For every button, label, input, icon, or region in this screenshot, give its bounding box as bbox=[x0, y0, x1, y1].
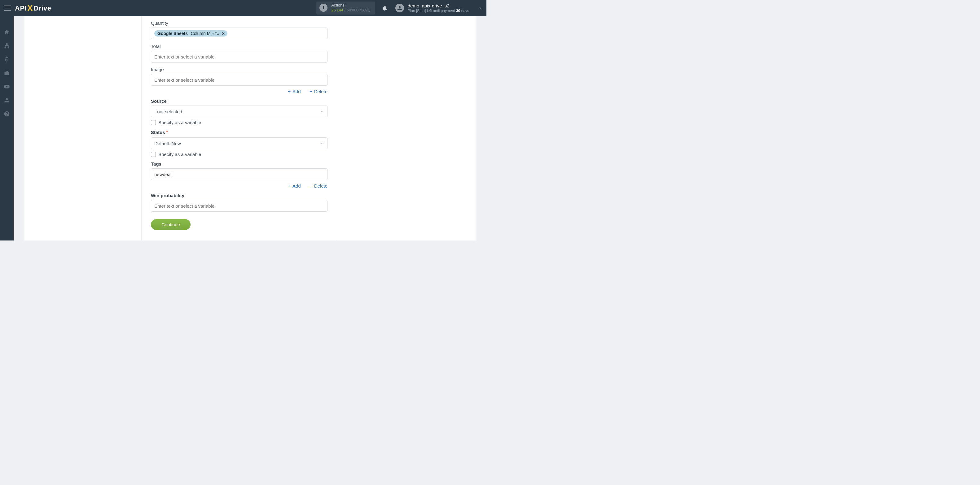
label-tags: Tags bbox=[151, 161, 328, 166]
chip-value: «1» bbox=[212, 31, 220, 36]
input-image[interactable] bbox=[151, 74, 328, 86]
nav-connections[interactable] bbox=[0, 39, 14, 52]
label-status: Status* bbox=[151, 129, 328, 136]
minus-icon bbox=[309, 184, 313, 188]
nav-marketplace[interactable] bbox=[0, 66, 14, 80]
nav-tutorials[interactable] bbox=[0, 80, 14, 94]
logo-text-x: X bbox=[27, 3, 33, 13]
row-actions-items: Add Delete bbox=[151, 89, 328, 94]
actions-values: 25'144 / 50'000 (50%) bbox=[331, 8, 370, 13]
chevron-down-icon bbox=[320, 109, 324, 114]
logo[interactable]: API X Drive bbox=[15, 3, 51, 13]
source-specify-label: Specify as a variable bbox=[158, 120, 201, 125]
required-mark: * bbox=[166, 129, 168, 135]
svg-rect-2 bbox=[8, 47, 9, 48]
menu-toggle[interactable] bbox=[4, 4, 11, 12]
checkbox-icon[interactable] bbox=[151, 152, 156, 157]
briefcase-icon bbox=[4, 70, 10, 76]
input-total[interactable] bbox=[151, 51, 328, 62]
youtube-icon bbox=[4, 84, 10, 90]
input-image-field[interactable] bbox=[154, 78, 324, 82]
delete-tag-button[interactable]: Delete bbox=[309, 183, 328, 189]
label-quantity: Quantity bbox=[151, 21, 328, 26]
plan-info: Plan |Start| left until payment 30 days bbox=[408, 9, 469, 13]
logo-text-drive: Drive bbox=[33, 4, 51, 13]
add-item-button[interactable]: Add bbox=[287, 89, 301, 94]
label-source: Source bbox=[151, 98, 328, 104]
actions-label: Actions: bbox=[331, 3, 370, 8]
chevron-down-icon[interactable] bbox=[478, 6, 483, 11]
label-image: Image bbox=[151, 67, 328, 72]
sitemap-icon bbox=[4, 43, 10, 49]
select-status[interactable]: Default: New bbox=[151, 138, 328, 149]
form-panel: Quantity Google Sheets | Column M: «1» ✕… bbox=[141, 16, 337, 241]
select-status-value: Default: New bbox=[154, 141, 181, 146]
input-win-probability[interactable] bbox=[151, 200, 328, 212]
row-actions-tags: Add Delete bbox=[151, 183, 328, 189]
page: Quantity Google Sheets | Column M: «1» ✕… bbox=[14, 16, 487, 241]
user-icon bbox=[4, 97, 10, 103]
plus-icon bbox=[287, 184, 291, 188]
delete-item-button[interactable]: Delete bbox=[309, 89, 328, 94]
input-total-field[interactable] bbox=[154, 54, 324, 59]
input-tags[interactable] bbox=[151, 168, 328, 180]
user-name: demo_apix-drive_s2 bbox=[408, 3, 469, 9]
chip-remove-icon[interactable]: ✕ bbox=[221, 31, 225, 36]
continue-button[interactable]: Continue bbox=[151, 219, 191, 230]
nav-billing[interactable] bbox=[0, 52, 14, 66]
topbar: API X Drive i Actions: 25'144 / 50'000 (… bbox=[0, 0, 487, 16]
home-icon bbox=[4, 29, 10, 35]
plus-icon bbox=[287, 89, 291, 94]
source-specify-variable[interactable]: Specify as a variable bbox=[151, 120, 328, 125]
chevron-down-icon bbox=[320, 141, 324, 146]
avatar[interactable] bbox=[395, 4, 404, 13]
outer-card: Quantity Google Sheets | Column M: «1» ✕… bbox=[24, 16, 477, 241]
svg-rect-0 bbox=[6, 44, 7, 44]
status-specify-variable[interactable]: Specify as a variable bbox=[151, 152, 328, 157]
nav-profile[interactable] bbox=[0, 94, 14, 107]
chip-column: | Column M: bbox=[188, 31, 212, 36]
logo-text-api: API bbox=[15, 4, 27, 13]
minus-icon bbox=[309, 89, 313, 94]
notifications-icon[interactable] bbox=[382, 5, 388, 11]
label-win-probability: Win probability bbox=[151, 193, 328, 198]
input-win-probability-field[interactable] bbox=[154, 203, 324, 209]
variable-chip-quantity[interactable]: Google Sheets | Column M: «1» ✕ bbox=[154, 30, 228, 36]
input-tags-field[interactable] bbox=[154, 172, 324, 177]
status-specify-label: Specify as a variable bbox=[158, 152, 201, 157]
actions-counter[interactable]: i Actions: 25'144 / 50'000 (50%) bbox=[317, 2, 375, 15]
dollar-icon bbox=[4, 56, 10, 62]
sidebar bbox=[0, 16, 14, 241]
user-block[interactable]: demo_apix-drive_s2 Plan |Start| left unt… bbox=[408, 3, 469, 13]
label-total: Total bbox=[151, 44, 328, 49]
checkbox-icon[interactable] bbox=[151, 120, 156, 125]
info-icon: i bbox=[320, 4, 328, 12]
chip-source: Google Sheets bbox=[158, 31, 188, 36]
nav-help[interactable] bbox=[0, 107, 14, 121]
select-source-value: - not selected - bbox=[154, 109, 185, 114]
nav-home[interactable] bbox=[0, 25, 14, 39]
input-quantity[interactable]: Google Sheets | Column M: «1» ✕ bbox=[151, 27, 328, 39]
select-source[interactable]: - not selected - bbox=[151, 106, 328, 117]
add-tag-button[interactable]: Add bbox=[287, 183, 301, 189]
svg-rect-1 bbox=[5, 47, 6, 48]
help-icon bbox=[4, 111, 10, 117]
